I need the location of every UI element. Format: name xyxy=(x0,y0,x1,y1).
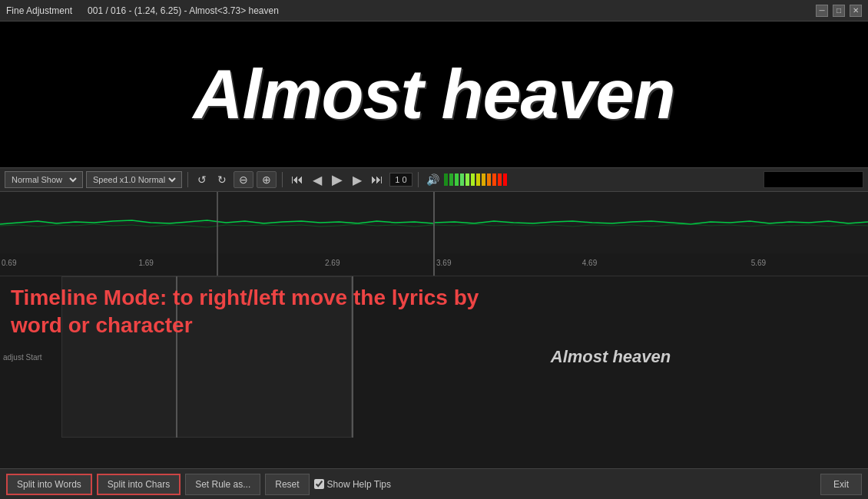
show-help-label[interactable]: Show Help Tips xyxy=(314,479,391,490)
app-name: Fine Adjustment xyxy=(6,5,72,16)
titlebar: Fine Adjustment 001 / 016 - (1.24, 6.25)… xyxy=(0,0,868,21)
volume-icon[interactable]: 🔊 xyxy=(424,171,441,188)
redo-button[interactable]: ↻ xyxy=(214,171,230,188)
ruler-mark-569: 5.69 xyxy=(751,259,766,267)
main-lyrics-display: Almost heaven xyxy=(193,55,674,134)
vu-bar-5 xyxy=(465,173,469,186)
waveform-right-svg xyxy=(435,192,868,253)
waveform-right-panel: 3.69 4.69 5.69 xyxy=(435,192,868,276)
ruler-mark-069: 0.69 xyxy=(2,259,16,267)
waveform-container: 0.69 1.69 2.69 3.69 4.69 5.69 xyxy=(0,192,868,276)
right-timeline-ruler: 3.69 4.69 5.69 xyxy=(435,257,868,276)
sep-2 xyxy=(282,172,283,187)
skip-to-start-button[interactable]: ⏮ xyxy=(288,170,306,189)
ruler-mark-369: 3.69 xyxy=(436,259,451,267)
lower-section: adjust Start Almost heaven xyxy=(0,276,868,438)
vu-bar-9 xyxy=(487,173,491,186)
increase-button[interactable]: ⊕ xyxy=(257,171,277,188)
show-help-text: Show Help Tips xyxy=(327,479,391,490)
lyrics-display-right: Almost heaven xyxy=(551,347,671,367)
titlebar-info: Fine Adjustment 001 / 016 - (1.24, 6.25)… xyxy=(6,5,279,16)
sep-1 xyxy=(187,172,188,187)
decrease-button[interactable]: ⊖ xyxy=(234,171,253,188)
set-rule-button[interactable]: Set Rule as... xyxy=(185,474,260,495)
vu-bar-6 xyxy=(471,173,475,186)
show-help-checkbox[interactable] xyxy=(314,479,324,489)
toolbar: Normal Show Karaoke Show Hidden Show Spe… xyxy=(0,167,868,192)
ruler-mark-169: 1.69 xyxy=(138,259,153,267)
undo-button[interactable]: ↺ xyxy=(194,171,210,188)
split-into-words-button[interactable]: Split into Words xyxy=(6,474,92,495)
file-info: 001 / 016 - (1.24, 6.25) - Almost<3.73> … xyxy=(88,5,279,16)
next-button[interactable]: ▶ xyxy=(348,170,366,189)
sep-3 xyxy=(418,172,419,187)
main-content: 0.69 1.69 2.69 3.69 4.69 5.69 xyxy=(0,192,868,499)
black-box-display xyxy=(764,171,863,188)
vu-bar-4 xyxy=(460,173,464,186)
right-panel: Almost heaven xyxy=(353,276,868,438)
speed-mode-select[interactable]: Speed x0.5 Speed x1.0 Normal Speed x1.5 … xyxy=(86,171,182,188)
vu-bar-7 xyxy=(476,173,480,186)
show-mode-dropdown[interactable]: Normal Show Karaoke Show Hidden Show xyxy=(8,174,79,185)
titlebar-controls: ─ □ ✕ xyxy=(816,5,862,17)
show-mode-select[interactable]: Normal Show Karaoke Show Hidden Show xyxy=(5,171,83,188)
playhead-line-left xyxy=(217,192,218,276)
adjust-start-label: adjust Start xyxy=(3,353,42,362)
skip-to-end-button[interactable]: ⏭ xyxy=(368,170,386,189)
prev-button[interactable]: ◀ xyxy=(308,170,326,189)
left-panel: adjust Start xyxy=(0,276,353,438)
minimize-button[interactable]: ─ xyxy=(816,5,828,17)
exit-button[interactable]: Exit xyxy=(820,474,862,495)
ruler-mark-469: 4.69 xyxy=(582,259,597,267)
speed-mode-dropdown[interactable]: Speed x0.5 Speed x1.0 Normal Speed x1.5 … xyxy=(90,174,178,185)
vu-bar-1 xyxy=(444,173,448,186)
vu-bar-11 xyxy=(498,173,502,186)
vu-bar-12 xyxy=(503,173,507,186)
vu-bar-10 xyxy=(492,173,496,186)
vu-bar-3 xyxy=(455,173,459,186)
restore-button[interactable]: □ xyxy=(833,5,845,17)
close-button[interactable]: ✕ xyxy=(850,5,862,17)
reset-button[interactable]: Reset xyxy=(265,474,309,495)
split-into-chars-button[interactable]: Split into Chars xyxy=(97,474,181,495)
counter-value: 1 0 xyxy=(395,175,406,184)
counter-display: 1 0 xyxy=(389,173,412,187)
transport-controls: ⏮ ◀ ▶ ▶ ⏭ xyxy=(288,170,386,189)
waveform-left-panel: 0.69 1.69 2.69 xyxy=(0,192,435,276)
vu-bar-2 xyxy=(449,173,453,186)
panel-divider xyxy=(176,276,177,438)
display-area: Almost heaven xyxy=(0,21,868,167)
ruler-mark-269: 2.69 xyxy=(325,259,340,267)
vu-bar-8 xyxy=(482,173,485,186)
left-inner-panel xyxy=(61,276,352,438)
play-button[interactable]: ▶ xyxy=(328,170,346,189)
vu-meter xyxy=(444,173,507,186)
bottom-toolbar: Split into Words Split into Chars Set Ru… xyxy=(0,468,868,499)
